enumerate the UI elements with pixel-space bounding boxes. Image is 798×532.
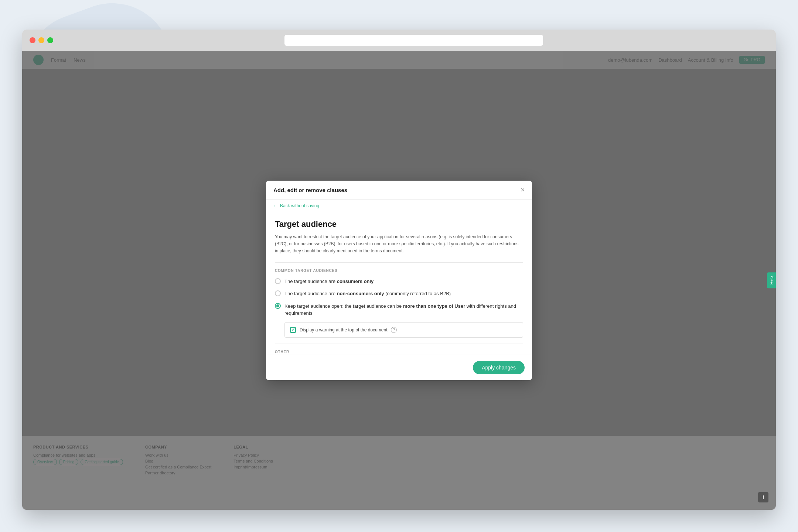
radio-option-nonconsumers[interactable]: The target audience are non-consumers on…	[275, 290, 523, 297]
modal-close-button[interactable]: ×	[521, 187, 525, 193]
close-button[interactable]	[30, 37, 35, 43]
radio-option-open[interactable]: Keep target audience open: the target au…	[275, 303, 523, 317]
modal-header: Add, edit or remove clauses ×	[266, 181, 532, 200]
common-audiences-label: COMMON TARGET AUDIENCES	[275, 269, 523, 273]
modal-title: Add, edit or remove clauses	[273, 187, 347, 193]
divider-1	[275, 262, 523, 263]
warning-checkbox-block: Display a warning at the top of the docu…	[284, 322, 523, 338]
radio-label-nonconsumers: The target audience are non-consumers on…	[284, 290, 451, 297]
address-bar[interactable]	[284, 35, 543, 46]
warning-checkbox[interactable]	[290, 327, 296, 333]
section-title: Target audience	[275, 219, 523, 229]
help-sidebar-button[interactable]: Help	[767, 273, 776, 289]
apply-changes-button[interactable]: Apply changes	[473, 361, 525, 374]
modal-overlay: Add, edit or remove clauses × ← Back wit…	[22, 51, 776, 510]
back-label: Back without saving	[280, 203, 319, 208]
info-button[interactable]: i	[758, 492, 768, 502]
divider-2	[275, 344, 523, 344]
maximize-button[interactable]	[47, 37, 53, 43]
radio-label-open: Keep target audience open: the target au…	[284, 303, 523, 317]
other-section-label: OTHER	[275, 350, 523, 354]
browser-chrome	[22, 30, 776, 51]
modal-dialog: Add, edit or remove clauses × ← Back wit…	[266, 181, 532, 380]
page-background: Format News demo@iubenda.com Dashboard A…	[22, 51, 776, 510]
radio-label-consumers: The target audience are consumers only	[284, 278, 374, 285]
minimize-button[interactable]	[38, 37, 44, 43]
warning-help-icon[interactable]: ?	[391, 327, 397, 333]
back-arrow-icon: ←	[273, 203, 278, 208]
section-description: You may want to restrict the target audi…	[275, 233, 523, 255]
browser-window: Format News demo@iubenda.com Dashboard A…	[22, 30, 776, 510]
radio-circle-nonconsumers[interactable]	[275, 290, 281, 296]
traffic-lights	[30, 37, 53, 43]
modal-footer: Apply changes	[266, 355, 532, 380]
radio-option-consumers[interactable]: The target audience are consumers only	[275, 278, 523, 285]
modal-body: Target audience You may want to restrict…	[266, 212, 532, 355]
modal-back-button[interactable]: ← Back without saving	[266, 200, 532, 212]
radio-circle-consumers[interactable]	[275, 278, 281, 284]
warning-checkbox-label: Display a warning at the top of the docu…	[300, 327, 387, 332]
radio-circle-open[interactable]	[275, 303, 281, 309]
